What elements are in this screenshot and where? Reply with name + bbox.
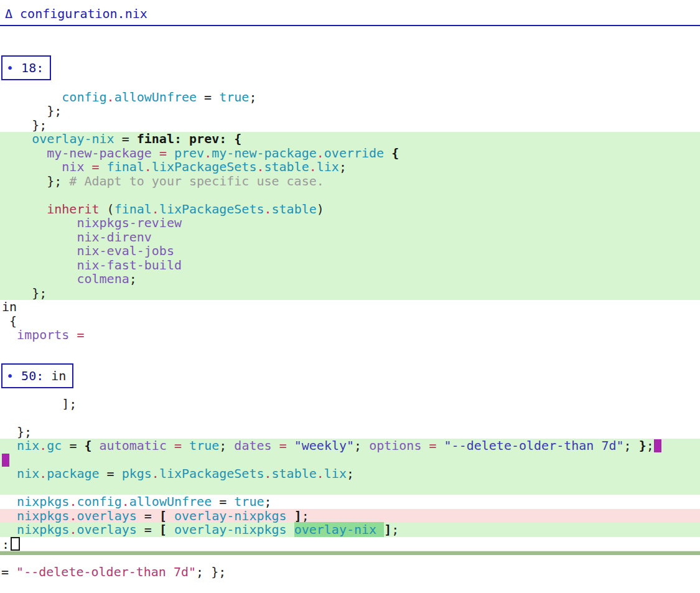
hunk-bullet-icon: • bbox=[6, 60, 21, 75]
code-line bbox=[0, 481, 700, 495]
hunk-header: • 50: in bbox=[1, 363, 73, 388]
wrap-marker-icon bbox=[654, 439, 661, 452]
code-line: }; bbox=[0, 286, 700, 301]
code-line bbox=[0, 453, 700, 467]
spacer bbox=[0, 388, 700, 397]
spacer bbox=[0, 80, 700, 90]
code-line bbox=[0, 188, 700, 202]
wrap-marker-icon bbox=[2, 454, 9, 467]
code-line: nix-direnv bbox=[0, 230, 700, 245]
code-line: nix-fast-build bbox=[0, 258, 700, 273]
code-line: }; bbox=[0, 425, 700, 439]
code-line: : bbox=[0, 537, 700, 551]
code-line bbox=[0, 411, 700, 425]
code-line: nix = final.lixPackageSets.stable.lix; bbox=[0, 160, 700, 174]
code-line: imports = bbox=[0, 328, 700, 342]
code-line: nixpkgs-review bbox=[0, 216, 700, 230]
code-line: in bbox=[0, 300, 700, 314]
code-line: }; bbox=[0, 118, 700, 133]
code-line: config.allowUnfree = true; bbox=[0, 90, 700, 105]
hunk-context: in bbox=[44, 368, 66, 383]
code-line: nixpkgs.overlays = [ overlay-nixpkgs ove… bbox=[0, 523, 700, 537]
terminal[interactable]: Δ configuration.nix • 18: config.allowUn… bbox=[0, 0, 700, 593]
spacer bbox=[0, 555, 700, 565]
code-line: nixpkgs.config.allowUnfree = true; bbox=[0, 495, 700, 509]
spacer bbox=[0, 26, 700, 55]
code-line: }; bbox=[0, 104, 700, 118]
hunk-bullet-icon: • bbox=[6, 368, 21, 383]
terminal-body: • 18: config.allowUnfree = true; }; }; o… bbox=[0, 26, 700, 579]
code-line: nix.gc = { automatic = true; dates = "we… bbox=[0, 439, 700, 453]
hunk-line-number: 18: bbox=[21, 60, 44, 75]
code-line: my-new-package = prev.my-new-package.ove… bbox=[0, 146, 700, 161]
diff-file-title: Δ configuration.nix bbox=[0, 0, 700, 26]
code-line: inherit (final.lixPackageSets.stable) bbox=[0, 202, 700, 217]
code-line: ]; bbox=[0, 397, 700, 411]
terminal-cursor bbox=[11, 537, 20, 551]
hunk-header: • 18: bbox=[1, 55, 51, 80]
hunk-line-number: 50: bbox=[21, 368, 44, 383]
code-line: nixpkgs.overlays = [ overlay-nixpkgs ]; bbox=[0, 509, 700, 523]
code-line: nix-eval-jobs bbox=[0, 244, 700, 258]
code-line: { bbox=[0, 314, 700, 329]
code-line bbox=[0, 342, 700, 357]
code-line: = "--delete-older-than 7d"; }; bbox=[0, 565, 700, 579]
code-line: }; # Adapt to your specific use case. bbox=[0, 174, 700, 189]
code-line: nix.package = pkgs.lixPackageSets.stable… bbox=[0, 467, 700, 481]
code-line: overlay-nix = final: prev: { bbox=[0, 132, 700, 146]
spacer bbox=[0, 356, 700, 363]
pane-divider bbox=[0, 551, 700, 555]
code-line: colmena; bbox=[0, 272, 700, 286]
